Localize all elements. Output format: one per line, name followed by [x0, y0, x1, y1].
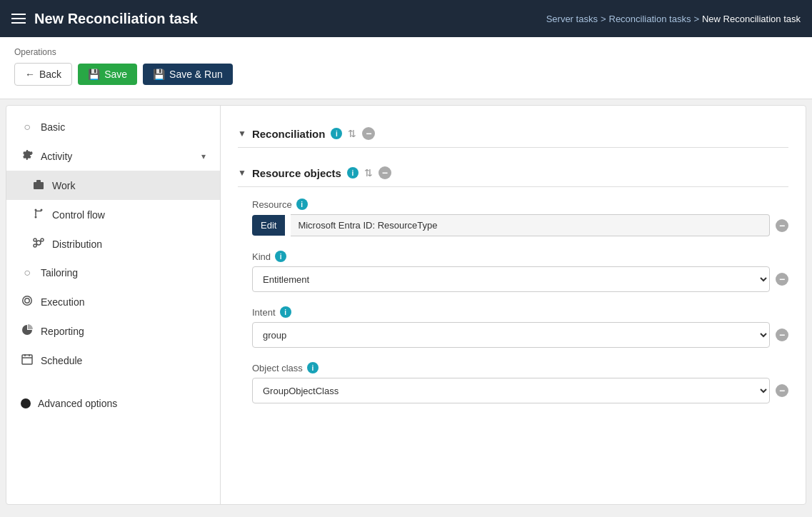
save-icon: 💾: [88, 69, 100, 80]
resource-objects-remove-icon[interactable]: −: [379, 166, 391, 179]
object-class-remove-icon[interactable]: −: [776, 384, 788, 397]
sidebar-label-execution: Execution: [41, 296, 84, 308]
breadcrumb-current: New Reconciliation task: [702, 14, 801, 24]
breadcrumb-server-tasks[interactable]: Server tasks: [546, 14, 598, 24]
kind-remove-icon[interactable]: −: [776, 273, 788, 286]
main-content: ▼ Reconciliation i ⇅ − ▼ Resource object…: [221, 106, 806, 504]
sidebar-label-activity: Activity: [41, 151, 72, 162]
toolbar-buttons: ← Back 💾 Save 💾 Save & Run: [14, 63, 798, 86]
toolbar: Operations ← Back 💾 Save 💾 Save & Run: [0, 37, 812, 99]
resource-objects-section-title: Resource objects: [252, 167, 341, 179]
circle-icon: ○: [21, 121, 34, 134]
svg-point-8: [41, 239, 44, 241]
svg-rect-13: [22, 355, 32, 364]
sidebar-item-control-flow[interactable]: Control flow: [6, 200, 220, 229]
reconciliation-section-title: Reconciliation: [252, 128, 326, 140]
resource-objects-info-icon[interactable]: i: [347, 167, 359, 179]
kind-info-icon[interactable]: i: [275, 251, 286, 262]
sidebar-item-work[interactable]: Work: [6, 171, 220, 200]
intent-select[interactable]: group default development: [252, 322, 770, 348]
distribution-icon: [32, 237, 45, 251]
kind-field-row: Entitlement Account Entitlement (shadow)…: [252, 266, 788, 292]
breadcrumb: Server tasks > Reconciliation tasks > Ne…: [546, 14, 801, 24]
kind-field-group: Kind i Entitlement Account Entitlement (…: [238, 251, 788, 292]
saverun-icon: 💾: [153, 69, 165, 80]
fork-icon: [32, 208, 45, 221]
pie-icon: [21, 324, 34, 338]
svg-rect-0: [34, 182, 44, 189]
breadcrumb-reconciliation-tasks[interactable]: Reconciliation tasks: [609, 14, 691, 24]
reconciliation-info-icon[interactable]: i: [331, 128, 342, 139]
object-class-field-group: Object class i GroupObjectClass AccountO…: [238, 362, 788, 403]
resource-objects-collapse-arrow[interactable]: ▼: [238, 168, 246, 178]
object-class-info-icon[interactable]: i: [307, 362, 319, 373]
main-layout: ○ Basic Activity ▾ Work Control flow: [6, 105, 806, 505]
resource-value: Microsoft Entra ID: ResourceType: [291, 214, 770, 236]
svg-line-12: [36, 244, 37, 245]
calendar-icon: [21, 353, 34, 367]
save-run-button[interactable]: 💾 Save & Run: [143, 64, 233, 85]
resource-label: Resource i: [252, 199, 788, 210]
execution-icon: [21, 295, 34, 308]
resource-field-group: Resource i Edit Microsoft Entra ID: Reso…: [238, 199, 788, 236]
sidebar-label-control-flow: Control flow: [52, 209, 105, 221]
sidebar-label-distribution: Distribution: [52, 239, 102, 250]
object-class-select[interactable]: GroupObjectClass AccountObjectClass Shad…: [252, 378, 770, 403]
object-class-field-row: GroupObjectClass AccountObjectClass Shad…: [252, 378, 788, 403]
app-header: New Reconciliation task Server tasks > R…: [0, 0, 812, 37]
intent-info-icon[interactable]: i: [280, 306, 291, 318]
resource-objects-sort-icon[interactable]: ⇅: [364, 167, 373, 179]
svg-line-11: [40, 241, 41, 242]
sidebar-item-activity[interactable]: Activity ▾: [6, 141, 220, 171]
operations-label: Operations: [14, 47, 798, 57]
advanced-options-dot-icon: [21, 398, 31, 408]
gear-icon: [21, 149, 34, 163]
kind-label: Kind i: [252, 251, 788, 262]
sidebar-item-reporting[interactable]: Reporting: [6, 316, 220, 346]
advanced-options-label: Advanced options: [38, 398, 117, 409]
resource-field-row: Edit Microsoft Entra ID: ResourceType −: [252, 214, 788, 236]
back-button[interactable]: ← Back: [14, 63, 72, 86]
chevron-down-icon: ▾: [201, 151, 206, 161]
tailoring-circle-icon: ○: [21, 266, 34, 279]
back-arrow-icon: ←: [25, 69, 35, 80]
sidebar-label-work: Work: [52, 180, 75, 191]
sidebar-item-advanced-options[interactable]: Advanced options: [6, 389, 220, 418]
reconciliation-collapse-arrow[interactable]: ▼: [238, 129, 246, 139]
resource-info-icon[interactable]: i: [296, 199, 308, 210]
breadcrumb-sep2: >: [693, 14, 699, 24]
save-button[interactable]: 💾 Save: [78, 64, 137, 85]
intent-label: Intent i: [252, 306, 788, 318]
sidebar-label-reporting: Reporting: [41, 326, 84, 337]
svg-point-7: [34, 239, 36, 241]
resource-edit-button[interactable]: Edit: [252, 215, 285, 236]
sidebar-item-tailoring[interactable]: ○ Tailoring: [6, 258, 220, 287]
object-class-label: Object class i: [252, 362, 788, 373]
resource-remove-icon[interactable]: −: [776, 219, 788, 232]
menu-toggle[interactable]: [11, 14, 26, 24]
intent-remove-icon[interactable]: −: [776, 328, 788, 341]
header-left: New Reconciliation task: [11, 11, 198, 27]
resource-objects-section-header: ▼ Resource objects i ⇅ −: [238, 159, 788, 187]
briefcase-icon: [32, 179, 45, 192]
sidebar-label-tailoring: Tailoring: [41, 267, 78, 278]
page-title: New Reconciliation task: [34, 11, 198, 27]
sidebar-item-basic[interactable]: ○ Basic: [6, 113, 220, 141]
sidebar-label-basic: Basic: [41, 121, 65, 133]
svg-point-3: [35, 216, 37, 219]
sidebar: ○ Basic Activity ▾ Work Control flow: [6, 106, 221, 504]
sidebar-item-schedule[interactable]: Schedule: [6, 346, 220, 375]
reconciliation-section-header: ▼ Reconciliation i ⇅ −: [238, 120, 788, 148]
intent-field-row: group default development −: [252, 322, 788, 348]
svg-line-10: [36, 241, 37, 242]
breadcrumb-sep1: >: [601, 14, 606, 24]
kind-select[interactable]: Entitlement Account Entitlement (shadow): [252, 266, 770, 292]
sidebar-label-schedule: Schedule: [41, 355, 82, 366]
intent-field-group: Intent i group default development −: [238, 306, 788, 348]
sidebar-item-execution[interactable]: Execution: [6, 287, 220, 316]
reconciliation-remove-icon[interactable]: −: [362, 127, 375, 140]
reconciliation-sort-icon[interactable]: ⇅: [348, 128, 356, 139]
sidebar-item-distribution[interactable]: Distribution: [6, 229, 220, 258]
